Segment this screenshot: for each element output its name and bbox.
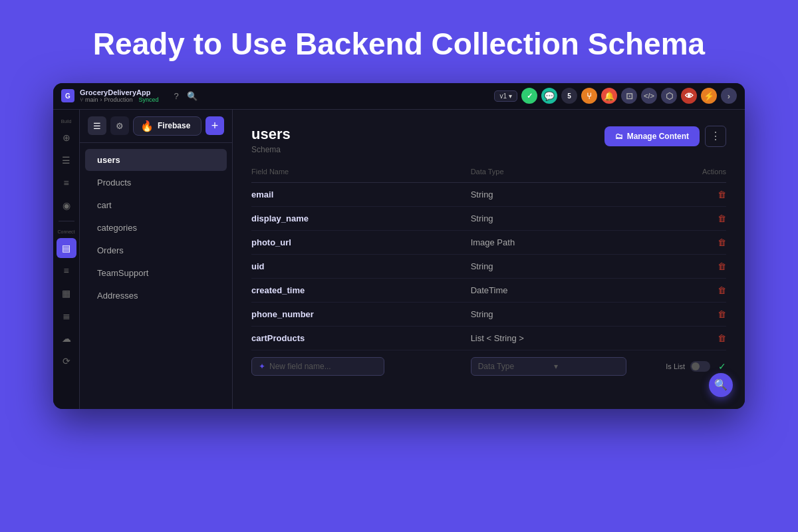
- collection-item-teamsupport[interactable]: TeamSupport: [85, 262, 227, 284]
- header-actions: 🗂 Manage Content ⋮: [604, 126, 726, 147]
- version-label: v1: [499, 92, 507, 100]
- export-icon[interactable]: ⬡: [661, 88, 677, 104]
- firebase-button[interactable]: 🔥 Firebase: [133, 116, 201, 136]
- data-type-col-header: Data Type: [471, 168, 627, 183]
- field-name-cell: cartProducts: [251, 326, 471, 350]
- users-count-badge: 5: [561, 88, 577, 104]
- collection-item-cart[interactable]: cart: [85, 194, 227, 216]
- collection-item-orders[interactable]: Orders: [85, 239, 227, 261]
- is-list-wrap: Is List: [666, 361, 710, 372]
- is-list-label: Is List: [666, 362, 685, 370]
- data-type-cell: String: [471, 206, 627, 230]
- table-header-row: Field Name Data Type Actions: [251, 168, 726, 183]
- field-name-cell: email: [251, 182, 471, 206]
- search-fab[interactable]: 🔍: [709, 373, 733, 397]
- manage-stack-icon: 🗂: [615, 132, 623, 141]
- confirm-field-button[interactable]: ✓: [718, 361, 726, 372]
- branches-icon[interactable]: ⑂: [581, 88, 597, 104]
- delete-field-button[interactable]: 🗑: [626, 302, 726, 326]
- top-bar: G GroceryDeliveryApp ⑂ main › Production…: [53, 83, 745, 110]
- data-type-select[interactable]: Data Type ▾: [471, 357, 627, 376]
- chat-icon[interactable]: 💬: [541, 88, 557, 104]
- collection-item-categories[interactable]: categories: [85, 217, 227, 239]
- sidebar-database-icon[interactable]: ▤: [57, 238, 76, 258]
- firebase-flame-icon: 🔥: [140, 120, 154, 132]
- top-bar-left: G GroceryDeliveryApp ⑂ main › Production…: [61, 88, 200, 103]
- delete-field-button[interactable]: 🗑: [626, 182, 726, 206]
- collections-table-tab[interactable]: ☰: [88, 116, 106, 135]
- data-type-cell: String: [471, 182, 627, 206]
- preview-icon[interactable]: 👁: [681, 88, 697, 104]
- share-icon[interactable]: ⊡: [621, 88, 637, 104]
- top-bar-right: v1 ▾ ✓ 💬 5 ⑂ 🔔 ⊡ </> ⬡ 👁 ⚡ ›: [494, 88, 737, 104]
- field-name-col-header: Field Name: [251, 168, 471, 183]
- connect-label: Connect: [57, 227, 74, 235]
- new-field-placeholder: New field name...: [269, 362, 331, 371]
- app-window: G GroceryDeliveryApp ⑂ main › Production…: [53, 83, 745, 409]
- sidebar-media-icon[interactable]: ▦: [57, 283, 76, 303]
- sidebar-integrations-icon[interactable]: ≡: [57, 261, 76, 281]
- field-name-cell: created_time: [251, 278, 471, 302]
- content-area: users Schema 🗂 Manage Content ⋮ Field Na…: [233, 110, 745, 409]
- table-row: phone_number String 🗑: [251, 302, 726, 326]
- app-name: GroceryDeliveryApp: [80, 88, 159, 96]
- new-field-row: ✦ New field name... Data Type ▾ Is List …: [251, 350, 726, 382]
- app-logo: G: [61, 89, 74, 102]
- new-field-input[interactable]: ✦ New field name...: [251, 357, 384, 376]
- collection-subtitle: Schema: [251, 145, 291, 154]
- search-icon[interactable]: 🔍: [185, 89, 200, 103]
- data-type-label: Data Type: [478, 362, 514, 371]
- collections-toolbar: ☰ ⚙ 🔥 Firebase +: [80, 110, 232, 143]
- app-name-wrap: GroceryDeliveryApp ⑂ main › Production S…: [80, 88, 159, 103]
- sidebar-list-icon[interactable]: ≡: [57, 173, 76, 193]
- delete-field-button[interactable]: 🗑: [626, 206, 726, 230]
- sidebar-separator-1: [59, 221, 74, 221]
- sidebar-refresh-icon[interactable]: ⟳: [57, 351, 76, 371]
- field-name-cell: phone_number: [251, 302, 471, 326]
- status-icon: ✓: [521, 88, 537, 104]
- version-badge[interactable]: v1 ▾: [494, 90, 517, 102]
- add-collection-button[interactable]: +: [205, 116, 224, 135]
- notifications-icon[interactable]: 🔔: [601, 88, 617, 104]
- build-label: Build: [61, 116, 72, 125]
- more-options-button[interactable]: ⋮: [705, 126, 726, 147]
- manage-content-label: Manage Content: [627, 132, 689, 141]
- collection-item-products[interactable]: Products: [85, 172, 227, 194]
- collection-item-users[interactable]: users: [85, 149, 227, 171]
- sidebar-pages-icon[interactable]: ☰: [57, 150, 76, 170]
- table-row: cartProducts List < String > 🗑: [251, 326, 726, 350]
- collections-sidebar: ☰ ⚙ 🔥 Firebase + users Products cart cat…: [80, 110, 233, 409]
- field-name-cell: display_name: [251, 206, 471, 230]
- branch-icon: ⑂: [80, 96, 83, 103]
- data-type-chevron: ▾: [554, 362, 558, 371]
- collection-item-addresses[interactable]: Addresses: [85, 285, 227, 307]
- sidebar-components-icon[interactable]: ◉: [57, 196, 76, 215]
- table-row: display_name String 🗑: [251, 206, 726, 230]
- delete-field-button[interactable]: 🗑: [626, 230, 726, 254]
- flash-icon[interactable]: ⚡: [701, 88, 717, 104]
- collections-settings-tab[interactable]: ⚙: [110, 116, 129, 135]
- collection-title-wrap: users Schema: [251, 126, 291, 154]
- synced-label: Synced: [139, 96, 159, 103]
- delete-field-button[interactable]: 🗑: [626, 254, 726, 278]
- env-separator: ›: [100, 96, 102, 103]
- collection-title: users: [251, 126, 291, 143]
- sidebar-add-icon[interactable]: ⊕: [57, 128, 76, 148]
- delete-field-button[interactable]: 🗑: [626, 278, 726, 302]
- is-list-toggle[interactable]: [690, 361, 710, 372]
- actions-col-header: Actions: [626, 168, 726, 183]
- manage-content-button[interactable]: 🗂 Manage Content: [604, 126, 700, 146]
- sidebar-cloud-icon[interactable]: ☁: [57, 329, 76, 348]
- top-bar-icons: ? 🔍: [172, 89, 200, 103]
- icon-sidebar: Build ⊕ ☰ ≡ ◉ Connect ▤ ≡ ▦ ≣ ☁ ⟳: [53, 110, 80, 409]
- table-row: email String 🗑: [251, 182, 726, 206]
- data-type-cell: String: [471, 254, 627, 278]
- field-name-cell: uid: [251, 254, 471, 278]
- data-type-cell: List < String >: [471, 326, 627, 350]
- help-icon[interactable]: ?: [172, 89, 181, 103]
- delete-field-button[interactable]: 🗑: [626, 326, 726, 350]
- more-icon[interactable]: ›: [721, 88, 737, 104]
- sidebar-content-icon[interactable]: ≣: [57, 306, 76, 326]
- code-icon[interactable]: </>: [641, 88, 657, 104]
- field-name-cell: photo_url: [251, 230, 471, 254]
